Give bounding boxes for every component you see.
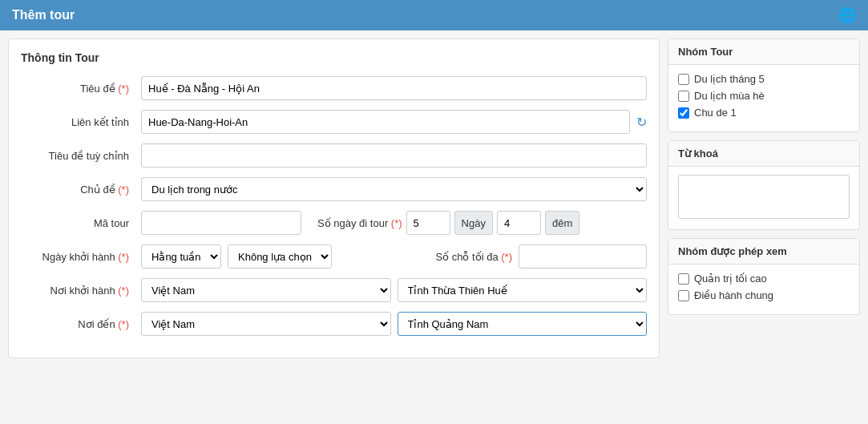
ngay-khoi-hanh-selects: Hằng tuần Không lựa chọn xyxy=(141,244,419,269)
nhom-xem-item-0: Quản trị tối cao xyxy=(678,273,850,285)
tu-khoa-body xyxy=(668,167,859,229)
ma-tour-input[interactable] xyxy=(141,211,301,235)
nhom-tour-label-2: Chu de 1 xyxy=(694,107,737,119)
page-title: Thêm tour xyxy=(12,8,75,22)
nhom-xem-label-1: Điều hành chung xyxy=(694,289,773,301)
so-cho-input[interactable] xyxy=(519,244,647,269)
nhom-duoc-phep-xem-header: Nhóm được phép xem xyxy=(668,239,859,264)
tieu-de-label: Tiêu đề (*) xyxy=(21,83,141,95)
tieu-de-tuy-chinh-label: Tiêu đề tuỳ chỉnh xyxy=(21,150,141,162)
main-container: Thông tin Tour Tiêu đề (*) Liên kết tỉnh… xyxy=(0,30,868,366)
chu-de-row: Chủ đề (*) Du lịch trong nước xyxy=(21,177,647,201)
nhom-xem-item-1: Điều hành chung xyxy=(678,289,850,301)
nhom-xem-checkbox-0[interactable] xyxy=(678,273,689,285)
nhom-tour-item-1: Du lịch mùa hè xyxy=(678,90,850,102)
chu-de-select[interactable]: Du lịch trong nước xyxy=(141,177,647,201)
so-ngay-input[interactable] xyxy=(406,211,450,235)
lien-ket-tinh-input-row: ↻ xyxy=(141,110,647,134)
so-dem-input[interactable] xyxy=(497,211,541,235)
noi-khoi-hanh-row: Nơi khởi hành (*) Việt Nam Tỉnh Thừa Thi… xyxy=(21,278,647,302)
nhom-duoc-phep-xem-section: Nhóm được phép xem Quản trị tối cao Điều… xyxy=(668,238,860,315)
tu-khoa-header: Từ khoá xyxy=(668,141,859,167)
lien-ket-tinh-label: Liên kết tỉnh xyxy=(21,116,141,128)
so-ngay-row: Số ngày đi tour (*) Ngày đêm xyxy=(317,211,579,235)
ma-tour-row: Mã tour Số ngày đi tour (*) Ngày đêm xyxy=(21,211,647,235)
ma-tour-label: Mã tour xyxy=(21,217,141,229)
noi-den-country-select[interactable]: Việt Nam xyxy=(141,312,391,336)
noi-den-row: Nơi đến (*) Việt Nam Tỉnh Quảng Nam xyxy=(21,312,647,336)
ngay-unit: Ngày xyxy=(454,211,493,235)
nhom-xem-label-0: Quản trị tối cao xyxy=(694,273,767,285)
tieu-de-row: Tiêu đề (*) xyxy=(21,76,647,100)
nhom-tour-item-0: Du lịch tháng 5 xyxy=(678,73,850,85)
so-cho-label: Số chỗ tối đa (*) xyxy=(435,251,512,263)
globe-icon: 🌐 xyxy=(838,6,856,24)
nhom-tour-section: Nhóm Tour Du lịch tháng 5 Du lịch mùa hè… xyxy=(668,38,860,132)
tieu-de-tuy-chinh-input[interactable] xyxy=(141,143,647,168)
noi-den-province-select[interactable]: Tỉnh Quảng Nam xyxy=(398,312,648,336)
noi-khoi-hanh-country-select[interactable]: Việt Nam xyxy=(141,278,391,302)
tu-khoa-input[interactable] xyxy=(678,175,850,219)
nhom-tour-header: Nhóm Tour xyxy=(668,39,859,65)
refresh-icon[interactable]: ↻ xyxy=(636,115,647,130)
noi-khoi-hanh-label: Nơi khởi hành (*) xyxy=(21,285,141,297)
chu-de-label: Chủ đề (*) xyxy=(21,184,141,196)
top-bar: Thêm tour 🌐 xyxy=(0,0,868,30)
lien-ket-tinh-input[interactable] xyxy=(141,110,630,134)
tieu-de-tuy-chinh-row: Tiêu đề tuỳ chỉnh xyxy=(21,143,647,168)
tu-khoa-section: Từ khoá xyxy=(668,140,860,230)
noi-den-label: Nơi đến (*) xyxy=(21,318,141,330)
tieu-de-input[interactable] xyxy=(141,76,647,100)
nhom-tour-body: Du lịch tháng 5 Du lịch mùa hè Chu de 1 xyxy=(668,65,859,131)
hang-tuan-select[interactable]: Hằng tuần xyxy=(141,244,221,269)
nhom-tour-label-0: Du lịch tháng 5 xyxy=(694,73,765,85)
nhom-tour-label-1: Du lịch mùa hè xyxy=(694,90,765,102)
ngay-khoi-hanh-row: Ngày khởi hành (*) Hằng tuần Không lựa c… xyxy=(21,244,647,269)
ngay-khoi-hanh-label: Ngày khởi hành (*) xyxy=(21,251,141,263)
lien-ket-tinh-row: Liên kết tỉnh ↻ xyxy=(21,110,647,134)
nhom-xem-checkbox-1[interactable] xyxy=(678,290,689,301)
nhom-tour-checkbox-0[interactable] xyxy=(678,74,689,85)
left-panel: Thông tin Tour Tiêu đề (*) Liên kết tỉnh… xyxy=(8,38,660,358)
nhom-tour-item-2: Chu de 1 xyxy=(678,107,850,119)
noi-khoi-hanh-province-select[interactable]: Tỉnh Thừa Thiên Huế xyxy=(398,278,648,302)
khong-lua-chon-select[interactable]: Không lựa chọn xyxy=(228,244,332,269)
noi-den-inputs: Việt Nam Tỉnh Quảng Nam xyxy=(141,312,647,336)
nhom-tour-checkbox-1[interactable] xyxy=(678,91,689,102)
right-panel: Nhóm Tour Du lịch tháng 5 Du lịch mùa hè… xyxy=(668,38,860,358)
nhom-tour-checkbox-2[interactable] xyxy=(678,107,689,119)
dem-unit: đêm xyxy=(545,211,579,235)
so-cho-row: Số chỗ tối đa (*) xyxy=(435,244,647,269)
noi-khoi-hanh-inputs: Việt Nam Tỉnh Thừa Thiên Huế xyxy=(141,278,647,302)
section-title: Thông tin Tour xyxy=(21,51,647,64)
so-ngay-label: Số ngày đi tour (*) xyxy=(317,217,402,229)
nhom-duoc-phep-xem-body: Quản trị tối cao Điều hành chung xyxy=(668,264,859,314)
